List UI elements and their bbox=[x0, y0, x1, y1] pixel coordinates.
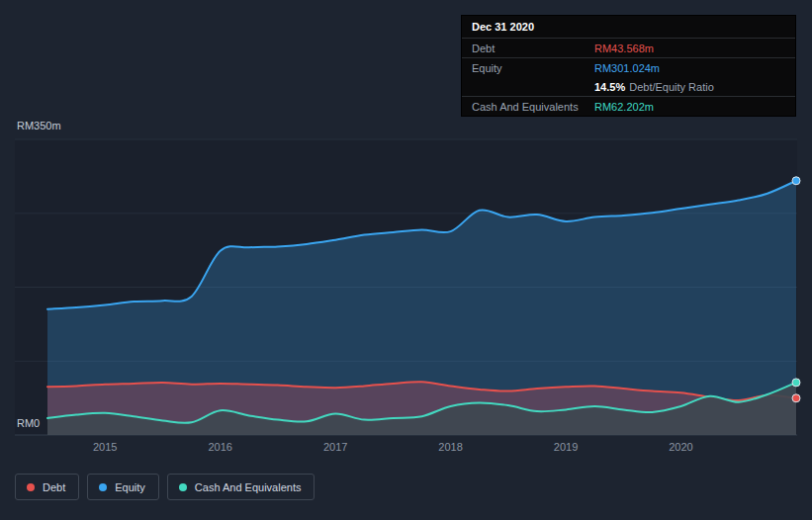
debt-series-swatch bbox=[27, 483, 35, 491]
x-axis-tick-label: 2018 bbox=[438, 441, 462, 453]
tooltip-debt-value: RM43.568m bbox=[594, 43, 654, 54]
tooltip-date: Dec 31 2020 bbox=[462, 16, 795, 39]
tooltip-cash-label: Cash And Equivalents bbox=[472, 101, 594, 113]
x-axis-tick-label: 2015 bbox=[93, 441, 117, 453]
tooltip-equity-value: RM301.024m bbox=[594, 62, 660, 74]
legend-item-debt[interactable]: Debt bbox=[15, 474, 79, 500]
tooltip-debt-label: Debt bbox=[472, 43, 594, 54]
legend-item-cash[interactable]: Cash And Equivalents bbox=[167, 474, 316, 500]
tooltip-equity-row: Equity RM301.024m bbox=[462, 58, 795, 77]
debt-endpoint-marker[interactable] bbox=[792, 394, 800, 402]
tooltip-debt-row: Debt RM43.568m bbox=[462, 39, 795, 58]
debt-equity-history-chart: 201520162017201820192020 RM350m RM0 Dec … bbox=[0, 0, 812, 520]
x-axis-tick-label: 2016 bbox=[208, 441, 231, 453]
cash-series-swatch bbox=[179, 483, 187, 491]
equity-series-swatch bbox=[99, 483, 107, 491]
y-axis-label-top: RM350m bbox=[17, 120, 61, 131]
tooltip-ratio-label: Debt/Equity Ratio bbox=[629, 81, 714, 93]
x-axis-tick-label: 2019 bbox=[554, 441, 578, 453]
tooltip-cash-row: Cash And Equivalents RM62.202m bbox=[462, 97, 795, 116]
legend-item-label: Equity bbox=[115, 481, 145, 493]
cash-endpoint-marker[interactable] bbox=[792, 379, 800, 387]
tooltip-cash-value: RM62.202m bbox=[594, 101, 654, 113]
tooltip-ratio-row: 14.5%Debt/Equity Ratio bbox=[462, 77, 795, 97]
tooltip-equity-label: Equity bbox=[472, 62, 594, 74]
tooltip-ratio-value: 14.5%Debt/Equity Ratio bbox=[594, 81, 714, 93]
chart-tooltip: Dec 31 2020 Debt RM43.568m Equity RM301.… bbox=[461, 15, 796, 117]
legend-item-label: Cash And Equivalents bbox=[195, 481, 302, 493]
y-axis-label-bottom: RM0 bbox=[17, 417, 40, 429]
equity-endpoint-marker[interactable] bbox=[792, 177, 800, 185]
chart-legend: Debt Equity Cash And Equivalents bbox=[15, 474, 315, 500]
x-axis-tick-label: 2017 bbox=[323, 441, 347, 453]
x-axis-tick-label: 2020 bbox=[669, 441, 692, 453]
legend-item-equity[interactable]: Equity bbox=[87, 474, 159, 500]
legend-item-label: Debt bbox=[43, 481, 65, 493]
tooltip-ratio-percent: 14.5% bbox=[594, 81, 625, 93]
